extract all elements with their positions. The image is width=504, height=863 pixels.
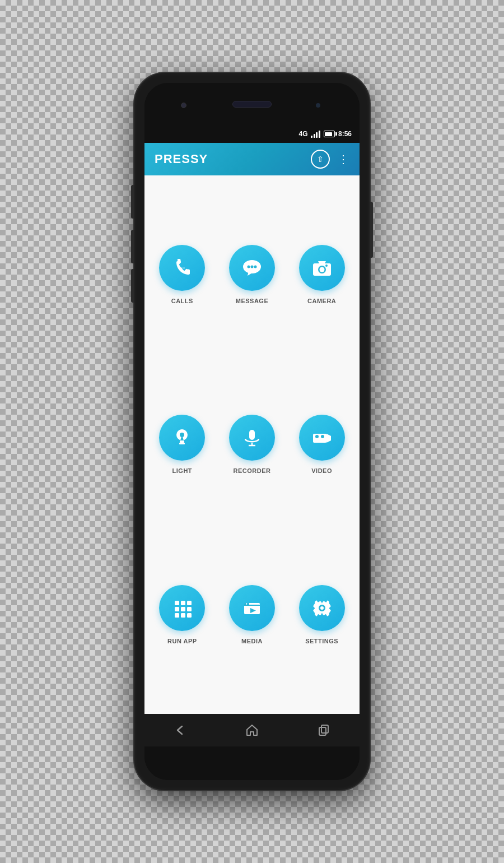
screen: 4G 8:56 PRESSY ⇧ ⋮ (144, 125, 360, 746)
svg-rect-40 (321, 725, 328, 733)
media-label: MEDIA (241, 638, 263, 644)
svg-rect-25 (187, 601, 192, 605)
svg-rect-26 (175, 607, 179, 611)
svg-rect-16 (249, 430, 255, 440)
calls-label: CALLS (171, 298, 193, 304)
svg-rect-24 (181, 601, 185, 605)
light-icon (159, 415, 205, 461)
recorder-icon (229, 415, 275, 461)
up-button[interactable]: ⇧ (311, 150, 330, 169)
settings-label: SETTINGS (305, 638, 338, 644)
network-indicator: 4G (298, 130, 307, 138)
svg-marker-7 (318, 261, 326, 263)
camera-item[interactable]: CAMERA (290, 192, 354, 357)
speaker (232, 101, 272, 108)
svg-point-3 (247, 265, 250, 268)
up-arrow-icon: ⇧ (317, 155, 324, 163)
app-bar-actions: ⇧ ⋮ (311, 150, 349, 169)
svg-point-9 (319, 267, 324, 272)
svg-rect-34 (244, 603, 246, 605)
svg-point-21 (315, 435, 319, 438)
signal-bar-2 (314, 134, 315, 138)
recorder-item[interactable]: RECORDER (220, 363, 284, 527)
svg-point-5 (254, 265, 256, 268)
run-app-icon (159, 585, 205, 631)
svg-rect-28 (187, 607, 192, 611)
svg-rect-19 (313, 434, 326, 443)
svg-rect-35 (247, 603, 249, 605)
svg-rect-23 (175, 601, 179, 605)
run-app-item[interactable]: RUN APP (150, 532, 214, 697)
sensor (316, 103, 320, 108)
svg-rect-31 (187, 613, 192, 618)
top-bezel (144, 83, 360, 125)
app-grid: ••• CALLS (144, 175, 360, 714)
recents-button[interactable] (316, 723, 331, 737)
light-label: LIGHT (172, 467, 193, 474)
svg-marker-20 (326, 434, 331, 443)
status-bar: 4G 8:56 (144, 125, 360, 143)
svg-text:•••: ••• (181, 266, 185, 270)
home-button[interactable] (245, 723, 259, 737)
svg-rect-12 (180, 440, 184, 443)
signal-bar-4 (319, 131, 320, 138)
phone-device: 4G 8:56 PRESSY ⇧ ⋮ (134, 73, 370, 790)
run-app-label: RUN APP (167, 638, 197, 644)
time-display: 8:56 (338, 130, 352, 138)
media-item[interactable]: MEDIA (220, 532, 284, 697)
camera-icon (299, 245, 345, 291)
battery-icon (324, 131, 335, 137)
message-icon (229, 245, 275, 291)
svg-rect-39 (319, 727, 326, 735)
svg-rect-30 (181, 613, 185, 618)
camera-label: CAMERA (307, 298, 336, 304)
nav-bar (144, 714, 360, 746)
calls-icon: ••• (159, 245, 205, 291)
message-label: MESSAGE (236, 298, 269, 304)
svg-point-22 (321, 435, 324, 438)
front-camera (181, 103, 186, 108)
message-item[interactable]: MESSAGE (220, 192, 284, 357)
video-icon (299, 415, 345, 461)
calls-item[interactable]: ••• CALLS (150, 192, 214, 357)
video-item[interactable]: VIDEO (290, 363, 354, 527)
svg-point-15 (180, 433, 184, 437)
signal-bar-1 (311, 136, 312, 138)
app-title: PRESSY (155, 152, 311, 166)
app-bar: PRESSY ⇧ ⋮ (144, 143, 360, 175)
light-item[interactable]: LIGHT (150, 363, 214, 527)
signal-bar-3 (316, 132, 318, 138)
settings-icon (299, 585, 345, 631)
svg-rect-27 (181, 607, 185, 611)
svg-rect-29 (175, 613, 179, 618)
svg-point-38 (320, 606, 324, 610)
overflow-menu-button[interactable]: ⋮ (338, 152, 349, 166)
battery-fill (325, 132, 332, 136)
svg-point-4 (250, 265, 253, 268)
recorder-label: RECORDER (234, 467, 271, 474)
bottom-bezel (144, 746, 360, 780)
phone-screen: 4G 8:56 PRESSY ⇧ ⋮ (144, 83, 360, 780)
signal-bars (311, 130, 320, 138)
settings-item[interactable]: SETTINGS (290, 532, 354, 697)
svg-rect-13 (179, 443, 185, 444)
svg-point-10 (325, 265, 328, 267)
back-button[interactable] (173, 723, 188, 737)
video-label: VIDEO (311, 467, 332, 474)
media-icon (229, 585, 275, 631)
